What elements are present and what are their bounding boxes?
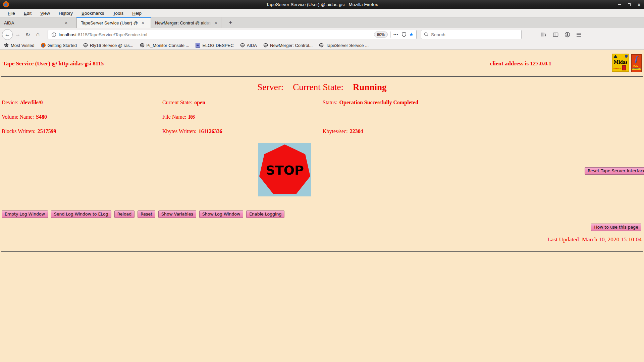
field-kbytes-written: Kbytes Written:161126336 <box>162 128 222 134</box>
search-icon <box>424 32 429 37</box>
bookmark-rly16-service[interactable]: Rly16 Service @ ras... <box>83 43 133 48</box>
search-input[interactable] <box>431 32 519 37</box>
field-status: Status:Operation Successfully Completed <box>323 100 418 106</box>
sidebar-icon[interactable] <box>553 32 558 37</box>
forward-icon: → <box>15 31 21 38</box>
menu-tools[interactable]: Tools <box>109 10 127 16</box>
globe-icon <box>240 43 245 48</box>
minimize-button[interactable] <box>617 2 622 7</box>
bookmark-getting-started[interactable]: Getting Started <box>41 43 77 48</box>
tab-title: NewMerger: Control @ aidas <box>155 20 211 25</box>
bookmark-most-visited[interactable]: Most Visited <box>4 43 35 48</box>
stop-sign-image: STOP <box>258 143 311 196</box>
tab-bar: AIDA × TapeServer Service (User) @ × New… <box>0 17 644 28</box>
url-text: localhost:8115/TapeService/TapeService.t… <box>59 32 374 37</box>
tab-title: AIDA <box>4 20 61 25</box>
how-to-use-button[interactable]: How to use this page <box>591 224 641 231</box>
home-button[interactable]: ⌂ <box>33 31 43 38</box>
field-blocks-written: Blocks Written:2517599 <box>2 128 56 134</box>
menu-edit[interactable]: Edit <box>20 10 35 16</box>
close-tab-icon[interactable]: × <box>214 20 218 25</box>
bookmarks-toolbar: Most Visited Getting Started Rly16 Servi… <box>0 41 644 50</box>
close-tab-icon[interactable]: × <box>141 20 145 25</box>
reset-tape-server-button[interactable]: Reset Tape Server Interface <box>585 167 644 175</box>
home-icon: ⌂ <box>36 31 40 38</box>
account-icon[interactable] <box>565 32 570 38</box>
page-actions-icon[interactable]: ••• <box>393 33 398 37</box>
client-address: client address is 127.0.0.1 <box>490 60 551 67</box>
search-bar[interactable] <box>421 30 522 39</box>
action-button-row: Empty Log Window Send Log Window to ELog… <box>2 210 284 218</box>
window-titlebar: TapeServer Service (User) @ aidas-gsi - … <box>0 0 644 9</box>
menu-bookmarks[interactable]: Bookmarks <box>78 10 108 16</box>
reset-button[interactable]: Reset <box>138 210 155 218</box>
last-updated-text: Last Updated: March 10, 2020 15:10:04 <box>547 236 642 243</box>
field-current-state: Current State:open <box>162 100 205 106</box>
flower-icon <box>4 43 9 48</box>
hamburger-menu-icon[interactable] <box>576 33 582 37</box>
back-icon: ← <box>5 31 10 38</box>
new-tab-button[interactable]: + <box>226 19 235 27</box>
maximize-icon <box>628 3 631 6</box>
globe-icon <box>319 43 324 48</box>
enable-logging-button[interactable]: Enable Logging <box>246 210 284 218</box>
page-content: Tape Service (User) @ http aidas-gsi 811… <box>0 50 644 362</box>
bookmark-tapeserver[interactable]: TapeServer Service ... <box>319 43 369 48</box>
horizontal-rule-bottom <box>1 251 643 252</box>
midas-logo: Midas powered by <box>612 54 629 72</box>
close-button[interactable]: × <box>637 2 641 7</box>
server-state-value: Running <box>353 82 387 92</box>
menu-file[interactable]: File <box>4 10 19 16</box>
show-log-window-button[interactable]: Show Log Window <box>199 210 243 218</box>
minimize-icon <box>618 4 621 5</box>
tcl-powered-logo: ƒ TCL POWERED <box>631 54 642 72</box>
stop-sign-label: STOP <box>266 163 304 178</box>
field-file-name: File Name:R6 <box>162 114 195 120</box>
show-variables-button[interactable]: Show Variables <box>158 210 196 218</box>
divider <box>390 32 391 38</box>
site-info-icon[interactable] <box>51 32 56 37</box>
field-volume-name: Volume Name:S480 <box>2 114 47 120</box>
firefox-icon <box>41 43 46 48</box>
send-log-to-elog-button[interactable]: Send Log Window to ELog <box>51 210 111 218</box>
tab-newmerger[interactable]: NewMerger: Control @ aidas × <box>151 17 221 28</box>
navigation-toolbar: ← → ↻ ⌂ localhost:8115/TapeService/TapeS… <box>0 28 644 41</box>
globe-icon <box>83 43 88 48</box>
midas-redbox-icon <box>622 65 626 70</box>
menu-view[interactable]: View <box>37 10 54 16</box>
server-state-heading: Server:Current State:Running <box>0 82 644 93</box>
maximize-button[interactable] <box>627 2 632 7</box>
reload-button[interactable]: ↻ <box>23 32 33 38</box>
midas-shield-icon <box>625 55 628 58</box>
bookmark-newmerger[interactable]: NewMerger: Control... <box>263 43 313 48</box>
elog-icon: EL <box>196 43 200 48</box>
tab-aida[interactable]: AIDA × <box>0 17 76 28</box>
bookmark-elog-despec[interactable]: EL ELOG DESPEC <box>196 43 233 48</box>
pocket-shield-icon[interactable] <box>401 32 407 37</box>
bookmark-pi-monitor[interactable]: Pi_Monitor Console ... <box>140 43 190 48</box>
menu-help[interactable]: Help <box>128 10 145 16</box>
forward-button[interactable]: → <box>13 31 23 38</box>
menu-bar: File Edit View History Bookmarks Tools H… <box>0 9 644 17</box>
reload-icon: ↻ <box>25 32 30 38</box>
url-bar[interactable]: localhost:8115/TapeService/TapeService.t… <box>48 30 417 39</box>
close-tab-icon[interactable]: × <box>64 20 68 25</box>
menu-history[interactable]: History <box>55 10 76 16</box>
bookmark-star-icon[interactable]: ★ <box>409 32 414 38</box>
field-device: Device:/dev/file/0 <box>2 100 43 106</box>
tcl-feather-icon: ƒ <box>632 55 641 64</box>
zoom-level-badge[interactable]: 80% <box>374 32 388 38</box>
globe-icon <box>140 43 145 48</box>
library-icon[interactable] <box>541 32 547 37</box>
horizontal-rule-top <box>1 76 643 77</box>
field-kbytes-per-sec: Kbytes/sec:22304 <box>323 128 363 134</box>
window-title: TapeServer Service (User) @ aidas-gsi - … <box>0 2 644 7</box>
empty-log-window-button[interactable]: Empty Log Window <box>2 210 48 218</box>
page-title: Tape Service (User) @ http aidas-gsi 811… <box>3 60 104 67</box>
tab-title: TapeServer Service (User) @ <box>81 20 138 25</box>
reload-page-button[interactable]: Reload <box>114 210 135 218</box>
tab-tapeserver-active[interactable]: TapeServer Service (User) @ × <box>76 17 151 28</box>
back-button[interactable]: ← <box>2 29 13 40</box>
midas-triangle-icon <box>613 55 618 58</box>
bookmark-aida[interactable]: AIDA <box>240 43 257 48</box>
